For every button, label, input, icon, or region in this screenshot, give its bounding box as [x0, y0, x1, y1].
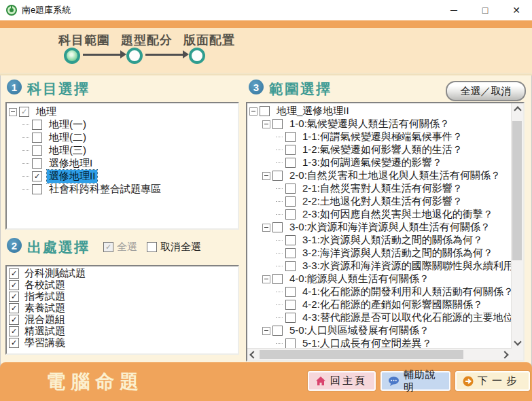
tree-expander-icon[interactable]: [249, 107, 258, 116]
node-label[interactable]: 4-0:能源與人類生活有何關係？: [287, 273, 431, 285]
tree-expander-icon[interactable]: [275, 288, 283, 296]
node-checkbox[interactable]: [272, 326, 283, 336]
tree-expander-icon[interactable]: [275, 159, 283, 167]
tree-expander-icon[interactable]: [262, 120, 270, 128]
tree-expander-icon[interactable]: [22, 173, 30, 181]
scope-tree-row[interactable]: 1-1:何謂氣候變遷與極端氣候事件？: [247, 130, 512, 143]
tree-expander-icon[interactable]: [275, 237, 283, 245]
chevron-down-icon[interactable]: [514, 338, 521, 345]
node-label[interactable]: 5-1:人口成長有何空間差異？: [300, 337, 434, 349]
tree-expander-icon[interactable]: [275, 198, 283, 206]
select-all-toggle-button[interactable]: 全選／取消: [446, 81, 526, 101]
node-checkbox[interactable]: [272, 171, 283, 181]
vertical-scrollbar[interactable]: [511, 103, 523, 349]
node-label[interactable]: 選修地理II: [47, 170, 97, 183]
tree-expander-icon[interactable]: [22, 186, 30, 194]
item-checkbox[interactable]: [9, 292, 19, 302]
source-list-item[interactable]: 分科測驗試題: [7, 268, 238, 279]
subject-tree-row[interactable]: 選修地理II: [7, 170, 238, 183]
node-checkbox[interactable]: [285, 145, 296, 155]
item-checkbox[interactable]: [9, 315, 19, 325]
source-list-item[interactable]: 各校試題: [7, 279, 238, 291]
node-label[interactable]: 1-3:如何調適氣候變遷的影響？: [300, 156, 444, 169]
node-label[interactable]: 1-1:何謂氣候變遷與極端氣候事件？: [300, 130, 465, 143]
node-checkbox[interactable]: [32, 120, 42, 130]
item-checkbox[interactable]: [9, 303, 19, 313]
node-checkbox[interactable]: [32, 171, 42, 181]
tree-expander-icon[interactable]: [22, 147, 30, 155]
tree-expander-icon[interactable]: [275, 340, 283, 348]
tree-expander-icon[interactable]: [262, 172, 270, 180]
deselect-all-checkbox[interactable]: [147, 242, 157, 252]
node-checkbox[interactable]: [285, 184, 296, 194]
node-checkbox[interactable]: [32, 158, 42, 169]
node-checkbox[interactable]: [272, 274, 283, 284]
source-list-item[interactable]: 學習講義: [7, 337, 238, 349]
scope-tree-row[interactable]: 5-0:人口與區域發展有何關係？: [247, 324, 512, 337]
node-checkbox[interactable]: [285, 261, 296, 271]
item-label[interactable]: 學習講義: [22, 336, 67, 349]
close-button[interactable]: ✕: [501, 0, 532, 20]
node-checkbox[interactable]: [285, 235, 296, 245]
scope-tree-row[interactable]: 1-3:如何調適氣候變遷的影響？: [247, 156, 512, 169]
node-label[interactable]: 5-0:人口與區域發展有何關係？: [287, 324, 431, 337]
node-label[interactable]: 3-0:水資源和海洋資源與人類生活有何關係？: [287, 221, 493, 234]
select-all-checkbox[interactable]: [103, 242, 113, 252]
scope-tree-row[interactable]: 4-2:化石能源的產銷如何影響國際關係？: [247, 298, 512, 311]
scope-tree-row[interactable]: 1-0:氣候變遷與人類生活有何關係？: [247, 118, 512, 130]
node-label[interactable]: 社會科跨科整合試題專區: [47, 183, 163, 196]
scope-tree-row[interactable]: 3-1:水資源與人類活動之間的關係為何？: [247, 234, 512, 247]
tree-expander-icon[interactable]: [22, 134, 30, 142]
node-label[interactable]: 1-2:氣候變遷如何影響人類的生活？: [300, 143, 465, 156]
tree-expander-icon[interactable]: [262, 224, 270, 232]
node-label[interactable]: 4-1:化石能源的開發利用和人類活動有何關係？: [300, 285, 512, 298]
tree-expander-icon[interactable]: [22, 160, 30, 168]
node-label[interactable]: 地理(二): [47, 131, 88, 144]
tree-expander-icon[interactable]: [275, 211, 283, 219]
subject-tree-row[interactable]: 地理(二): [7, 131, 238, 144]
node-label[interactable]: 地理_選修地理II: [274, 105, 351, 118]
subject-tree-row[interactable]: 社會科跨科整合試題專區: [7, 183, 238, 196]
node-label[interactable]: 地理(三): [47, 144, 88, 157]
tree-expander-icon[interactable]: [9, 108, 17, 116]
horizontal-scrollbar[interactable]: [247, 348, 512, 360]
scope-tree-row[interactable]: 3-3:水資源和海洋資源的國際關聯性與永續利用為何？: [247, 260, 512, 273]
node-checkbox[interactable]: [272, 222, 283, 232]
node-label[interactable]: 地理: [34, 105, 58, 118]
subject-tree-row[interactable]: 地理(一): [7, 118, 238, 131]
tree-expander-icon[interactable]: [275, 133, 283, 141]
node-checkbox[interactable]: [32, 145, 42, 156]
source-list-item[interactable]: 素養試題: [7, 302, 238, 314]
minimize-button[interactable]: ─: [438, 0, 469, 20]
chevron-right-icon[interactable]: [501, 351, 508, 358]
item-checkbox[interactable]: [9, 326, 19, 336]
scope-tree-row[interactable]: 2-3:如何因應自然災害與土地退化的衝擊？: [247, 208, 512, 221]
node-checkbox[interactable]: [32, 133, 42, 143]
node-checkbox[interactable]: [285, 338, 296, 349]
node-label[interactable]: 3-2:海洋資源與人類活動之間的關係為何？: [300, 247, 495, 260]
scope-tree-row[interactable]: 3-2:海洋資源與人類活動之間的關係為何？: [247, 247, 512, 260]
node-label[interactable]: 2-1:自然災害對人類生活有何影響？: [300, 182, 465, 195]
tree-expander-icon[interactable]: [262, 275, 270, 283]
tree-expander-icon[interactable]: [275, 249, 283, 258]
node-checkbox[interactable]: [272, 119, 283, 129]
scrollbar-thumb[interactable]: [260, 350, 463, 359]
node-label[interactable]: 選修地理I: [47, 157, 94, 170]
node-label[interactable]: 3-1:水資源與人類活動之間的關係為何？: [300, 234, 485, 247]
home-button[interactable]: 回主頁: [308, 371, 376, 391]
chevron-up-icon[interactable]: [514, 106, 521, 114]
node-checkbox[interactable]: [285, 209, 296, 220]
chevron-left-icon[interactable]: [249, 351, 257, 358]
scope-tree-row[interactable]: 2-0:自然災害和土地退化與人類生活有何關係？: [247, 169, 512, 182]
source-list-item[interactable]: 指考試題: [7, 291, 238, 302]
source-list-item[interactable]: 精選試題: [7, 326, 238, 337]
node-label[interactable]: 4-2:化石能源的產銷如何影響國際關係？: [300, 298, 485, 311]
node-label[interactable]: 2-0:自然災害和土地退化與人類生活有何關係？: [287, 169, 503, 182]
tree-expander-icon[interactable]: [275, 314, 283, 322]
scope-tree-row[interactable]: 2-1:自然災害對人類生活有何影響？: [247, 182, 512, 195]
next-step-button[interactable]: 下一步: [455, 371, 530, 391]
node-checkbox[interactable]: [285, 132, 296, 142]
scope-tree-row[interactable]: 1-2:氣候變遷如何影響人類的生活？: [247, 143, 512, 156]
node-label[interactable]: 1-0:氣候變遷與人類生活有何關係？: [287, 118, 452, 130]
tree-expander-icon[interactable]: [275, 185, 283, 193]
